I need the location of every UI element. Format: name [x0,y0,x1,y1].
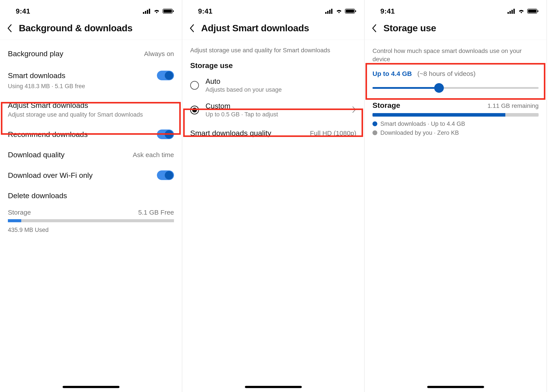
label: Custom [206,102,345,110]
status-bar: 9:41 [182,0,364,20]
wifi-icon [153,8,160,14]
storage-bar [8,219,174,222]
chevron-left-icon [189,24,195,33]
wifi-icon [518,8,525,14]
storage-block: Storage 5.1 GB Free 435.9 MB Used [0,207,182,233]
swatch-icon [372,130,377,135]
row-adjust-smart-downloads[interactable]: Adjust Smart downloads Adjust storage us… [0,95,182,124]
svg-rect-10 [331,9,332,14]
smart-downloads-toggle[interactable] [157,71,174,80]
svg-rect-12 [346,10,354,13]
row-delete-downloads[interactable]: Delete downloads [0,186,182,206]
label: Auto [206,77,356,85]
legend-smart-downloads: Smart downloads · Up to 4.4 GB [372,120,539,127]
header: Adjust Smart downloads [182,20,364,40]
storage-section: Storage 1.11 GB remaining Smart download… [365,99,547,136]
screen-storage-use: 9:41 Storage use Control how much space … [365,0,547,392]
label: Recommend downloads [8,130,88,139]
settings-list: Background play Always on Smart download… [0,40,182,233]
screen-adjust-smart-downloads: 9:41 Adjust Smart downloads Adjust stora… [182,0,365,392]
svg-rect-1 [145,11,146,14]
svg-rect-5 [164,10,172,13]
svg-rect-15 [510,11,511,14]
radio-auto[interactable]: Auto Adjusts based on your usage [182,73,364,98]
svg-rect-9 [329,10,330,14]
status-time: 9:41 [16,7,30,15]
svg-rect-3 [149,9,150,14]
status-time: 9:41 [198,7,213,15]
radio-icon [190,81,199,90]
page-title: Adjust Smart downloads [201,23,309,34]
row-recommend-downloads: Recommend downloads [0,124,182,145]
value: Full HD (1080p) [310,129,356,137]
back-button[interactable] [370,24,379,33]
svg-rect-2 [147,10,148,14]
screen-background-downloads: 9:41 Background & downloads Background p… [0,0,182,392]
slider-thumb[interactable] [434,83,444,93]
cellular-icon [143,8,151,14]
storage-fill [8,219,21,222]
svg-rect-13 [355,10,356,12]
cellular-icon [325,8,333,14]
content: Control how much space smart downloads u… [365,40,547,136]
value: Ask each time [133,151,174,159]
svg-rect-7 [325,12,327,14]
label: Smart downloads quality [190,129,271,137]
toggle-knob [165,130,173,139]
value: Always on [144,50,174,57]
row-smart-downloads-quality[interactable]: Smart downloads quality Full HD (1080p) [182,122,364,143]
svg-rect-16 [512,10,513,14]
back-button[interactable] [188,24,196,33]
slider-label: Up to 4.4 GB (~8 hours of videos) [372,70,539,77]
svg-rect-19 [528,10,536,13]
status-bar: 9:41 [365,0,547,20]
chevron-left-icon [371,24,377,33]
back-button[interactable] [5,24,14,33]
storage-legend: Smart downloads · Up to 4.4 GB Downloade… [372,120,539,136]
label: Smart downloads [8,71,65,80]
storage-label: Storage [8,209,31,216]
status-icons [325,8,356,14]
wifi-only-toggle[interactable] [157,170,174,180]
label: Download over Wi-Fi only [8,171,93,180]
svg-rect-17 [513,9,515,14]
legend-downloaded-by-you: Downloaded by you · Zero KB [372,129,539,136]
row-download-quality[interactable]: Download quality Ask each time [0,145,182,165]
storage-remaining: 1.11 GB remaining [488,102,539,109]
slider-block: Up to 4.4 GB (~8 hours of videos) [365,67,547,99]
slider-value: Up to 4.4 GB [372,70,412,77]
section-description: Control how much space smart downloads u… [365,44,547,67]
storage-free: 5.1 GB Free [138,209,174,216]
content: Adjust storage use and quality for Smart… [182,40,364,143]
section-title: Storage use [182,59,364,73]
svg-rect-6 [173,10,174,12]
home-indicator [427,386,484,388]
status-icons [143,8,174,14]
recommend-toggle[interactable] [157,129,174,139]
swatch-icon [372,121,377,126]
slider-track [372,87,539,89]
svg-rect-0 [143,12,144,14]
slider-hint: (~8 hours of videos) [417,70,476,77]
storage-slider[interactable] [372,83,539,93]
sublabel: Up to 0.5 GB · Tap to adjust [206,111,345,118]
section-description: Adjust storage use and quality for Smart… [182,44,364,59]
label: Adjust Smart downloads [8,101,88,110]
battery-icon [163,8,174,14]
label: Download quality [8,151,64,159]
svg-rect-14 [507,12,509,14]
page-title: Background & downloads [19,23,132,34]
battery-icon [345,8,356,14]
header: Background & downloads [0,20,182,40]
radio-custom[interactable]: Custom Up to 0.5 GB · Tap to adjust [182,98,364,122]
legend-text: Downloaded by you · Zero KB [380,129,459,136]
row-background-play[interactable]: Background play Always on [0,44,182,64]
toggle-knob [165,171,173,179]
svg-rect-8 [327,11,328,14]
page-title: Storage use [384,23,436,34]
status-time: 9:41 [380,7,395,15]
chevron-right-icon [352,106,356,114]
row-wifi-only: Download over Wi-Fi only [0,165,182,186]
row-smart-downloads: Smart downloads [0,64,182,83]
smart-downloads-sub: Using 418.3 MB · 5.1 GB free [8,83,85,90]
